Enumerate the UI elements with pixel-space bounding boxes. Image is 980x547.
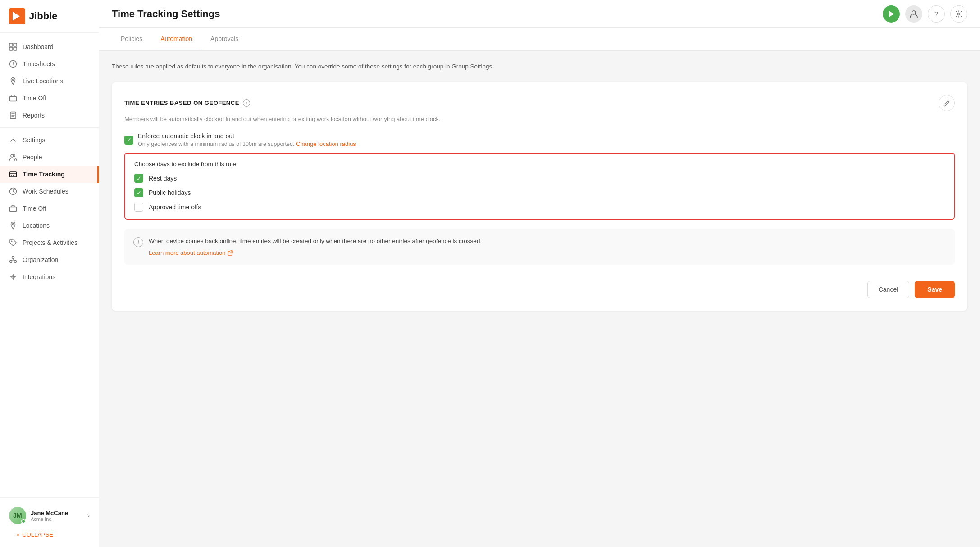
rest-days-checkbox[interactable]: ✓: [134, 174, 143, 183]
cancel-button[interactable]: Cancel: [867, 281, 910, 298]
chevron-right-icon: ›: [87, 511, 90, 520]
logo[interactable]: Jibble: [0, 0, 99, 33]
checkmark-icon: ✓: [127, 137, 132, 143]
jibble-logo-icon: [9, 8, 25, 24]
main-nav: Dashboard Timesheets Live Locations Time…: [0, 33, 99, 497]
help-button[interactable]: ?: [928, 5, 945, 23]
file-icon: [9, 111, 17, 119]
sidebar-item-integrations[interactable]: Integrations: [0, 268, 99, 285]
user-avatar-button[interactable]: [905, 5, 922, 23]
sidebar-footer: JM Jane McCane Acme Inc. › « COLLAPSE: [0, 497, 99, 547]
settings-button[interactable]: [950, 5, 967, 23]
user-profile[interactable]: JM Jane McCane Acme Inc. ›: [7, 503, 91, 528]
enforce-sublabel: Only geofences with a minimum radius of …: [138, 140, 356, 147]
sidebar-item-label: Time Off: [23, 205, 46, 212]
user-company: Acme Inc.: [31, 516, 83, 522]
collapse-arrows-icon: «: [16, 531, 19, 538]
enforce-label: Enforce automatic clock in and out: [138, 132, 356, 140]
sidebar-item-label: Integrations: [23, 273, 55, 280]
sidebar-item-time-off-2[interactable]: Time Off: [0, 200, 99, 217]
collapse-button[interactable]: « COLLAPSE: [7, 528, 91, 542]
approved-time-offs-checkbox[interactable]: [134, 203, 143, 212]
sidebar: Jibble Dashboard Timesheets Live Locatio…: [0, 0, 99, 547]
tag-icon: [9, 239, 17, 247]
svg-point-19: [11, 241, 13, 242]
exclude-box: Choose days to exclude from this rule ✓ …: [124, 153, 955, 220]
sidebar-item-settings[interactable]: Settings: [0, 131, 99, 149]
sidebar-item-time-tracking[interactable]: Time Tracking: [0, 166, 99, 183]
card-subtitle: Members will be automatically clocked in…: [124, 115, 955, 124]
footer-actions: Cancel Save: [124, 276, 955, 298]
user-details: Jane McCane Acme Inc.: [31, 510, 83, 522]
sidebar-item-dashboard[interactable]: Dashboard: [0, 38, 99, 55]
change-location-link[interactable]: Change location radius: [296, 140, 356, 147]
svg-rect-2: [9, 43, 13, 46]
user-name: Jane McCane: [31, 510, 83, 516]
play-button[interactable]: [883, 5, 900, 23]
sidebar-item-label: People: [23, 154, 42, 161]
svg-point-21: [10, 261, 12, 263]
card-title: TIME ENTRIES BASED ON GEOFENCE: [124, 99, 239, 106]
enforce-checkbox[interactable]: ✓: [124, 136, 133, 145]
public-holidays-checkbox[interactable]: ✓: [134, 188, 143, 197]
tab-automation[interactable]: Automation: [151, 28, 201, 50]
chevron-up-icon: [9, 136, 17, 144]
sidebar-item-label: Locations: [23, 222, 50, 229]
svg-rect-5: [14, 47, 17, 50]
logo-text: Jibble: [29, 10, 58, 22]
svg-point-13: [13, 175, 14, 176]
card-title-row: TIME ENTRIES BASED ON GEOFENCE i: [124, 99, 250, 107]
sidebar-item-people[interactable]: People: [0, 149, 99, 166]
sidebar-item-reports[interactable]: Reports: [0, 107, 99, 124]
svg-point-15: [10, 189, 12, 190]
main-content: Time Tracking Settings ? Policies Automa…: [99, 0, 980, 547]
geofence-card: TIME ENTRIES BASED ON GEOFENCE i Members…: [112, 82, 967, 311]
sidebar-item-label: Settings: [23, 136, 46, 144]
sidebar-item-label: Reports: [23, 112, 45, 119]
online-indicator: [21, 519, 26, 524]
content-body: These rules are applied as defaults to e…: [112, 51, 967, 330]
public-holidays-label: Public holidays: [149, 189, 191, 196]
sidebar-item-time-off[interactable]: Time Off: [0, 90, 99, 107]
tab-approvals[interactable]: Approvals: [201, 28, 247, 50]
tab-policies[interactable]: Policies: [112, 28, 151, 50]
sidebar-item-locations[interactable]: Locations: [0, 217, 99, 234]
time-tracking-icon: [9, 170, 17, 178]
svg-rect-8: [10, 97, 17, 101]
exclude-title: Choose days to exclude from this rule: [134, 161, 945, 167]
sidebar-item-label: Organization: [23, 256, 58, 263]
sidebar-item-label: Projects & Activities: [23, 239, 77, 246]
info-icon[interactable]: i: [243, 99, 250, 107]
exclude-item-public-holidays: ✓ Public holidays: [134, 188, 945, 197]
svg-point-12: [11, 175, 12, 176]
info-content: When device comes back online, time entr…: [149, 237, 482, 257]
svg-point-10: [11, 154, 14, 157]
checkmark-icon: ✓: [137, 190, 141, 196]
rest-days-label: Rest days: [149, 175, 177, 182]
location-icon: [9, 222, 17, 230]
save-button[interactable]: Save: [915, 281, 955, 298]
sidebar-item-projects-activities[interactable]: Projects & Activities: [0, 234, 99, 251]
sidebar-item-timesheets[interactable]: Timesheets: [0, 55, 99, 72]
question-mark-icon: ?: [934, 10, 938, 18]
sidebar-item-label: Time Tracking: [23, 171, 65, 178]
enforce-checkbox-row: ✓ Enforce automatic clock in and out Onl…: [124, 132, 955, 147]
card-header: TIME ENTRIES BASED ON GEOFENCE i: [124, 95, 955, 111]
edit-button[interactable]: [939, 95, 955, 111]
svg-point-7: [13, 79, 14, 81]
avatar: JM: [9, 507, 26, 524]
topbar: Time Tracking Settings ?: [99, 0, 980, 28]
nav-divider: [0, 127, 99, 128]
exclude-item-rest-days: ✓ Rest days: [134, 174, 945, 183]
sidebar-item-label: Dashboard: [23, 43, 54, 50]
briefcase-icon-2: [9, 204, 17, 212]
sidebar-item-work-schedules[interactable]: Work Schedules: [0, 183, 99, 200]
svg-rect-3: [14, 43, 17, 46]
people-icon: [9, 153, 17, 161]
sidebar-item-organization[interactable]: Organization: [0, 251, 99, 268]
learn-more-link[interactable]: Learn more about automation: [149, 249, 233, 256]
sidebar-item-live-locations[interactable]: Live Locations: [0, 72, 99, 90]
content-area: These rules are applied as defaults to e…: [99, 51, 980, 547]
tabs-bar: Policies Automation Approvals: [99, 28, 980, 51]
svg-rect-11: [10, 172, 17, 177]
